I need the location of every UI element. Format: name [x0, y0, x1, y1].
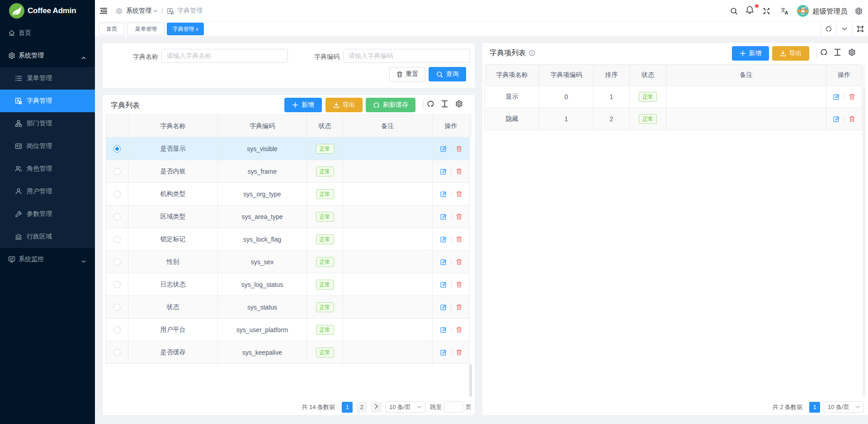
svg-text:A: A: [785, 10, 788, 15]
